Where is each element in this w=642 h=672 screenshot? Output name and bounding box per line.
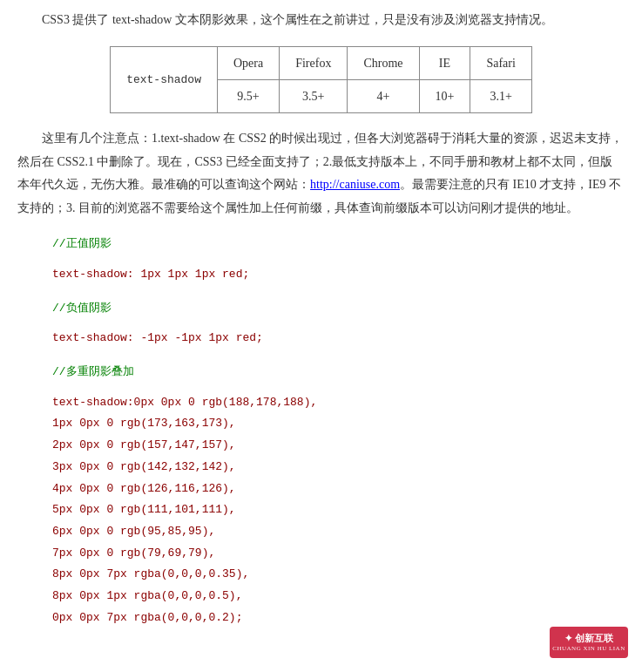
safari-header: Safari xyxy=(470,46,531,79)
chrome-version: 4+ xyxy=(348,79,419,112)
notes-paragraph: 这里有几个注意点：1.text-shadow 在 CSS2 的时候出现过，但各大… xyxy=(17,127,625,220)
firefox-version: 3.5+ xyxy=(280,79,348,112)
multi-line-10: 8px 0px 1px rgba(0,0,0,0.5), xyxy=(52,586,625,608)
watermark: ✦ 创新互联 CHUANG XIN HU LIAN xyxy=(550,627,628,658)
multi-line-8: 7px 0px 0 rgb(79,69,79), xyxy=(52,543,625,565)
watermark-text: ✦ 创新互联 CHUANG XIN HU LIAN xyxy=(552,632,625,652)
multi-line-5: 4px 0px 0 rgb(126,116,126), xyxy=(52,479,625,500)
chrome-header: Chrome xyxy=(348,46,419,79)
multi-line-9: 8px 0px 7px rgba(0,0,0,0.35), xyxy=(52,564,625,586)
multi-line-3: 2px 0px 0 rgb(157,147,157), xyxy=(52,435,625,457)
negative-shadow-comment: //负值阴影 xyxy=(52,298,625,320)
opera-version: 9.5+ xyxy=(217,79,279,112)
intro-paragraph: CSS3 提供了 text-shadow 文本阴影效果，这个属性在之前讲过，只是… xyxy=(17,9,625,32)
firefox-header: Firefox xyxy=(280,46,348,79)
multi-line-2: 1px 0px 0 rgb(173,163,173), xyxy=(52,413,625,435)
watermark-logo: ✦ 创新互联 xyxy=(552,632,625,644)
property-cell: text-shadow xyxy=(111,46,218,112)
table-header-row: text-shadow Opera Firefox Chrome IE Safa… xyxy=(111,46,532,79)
multi-line-7: 6px 0px 0 rgb(95,85,95), xyxy=(52,521,625,543)
multi-line-11: 0px 0px 7px rgba(0,0,0,0.2); xyxy=(52,608,625,629)
safari-version: 3.1+ xyxy=(470,79,531,112)
multi-line-4: 3px 0px 0 rgb(142,132,142), xyxy=(52,457,625,479)
browser-support-table: text-shadow Opera Firefox Chrome IE Safa… xyxy=(110,46,532,113)
positive-shadow-code: text-shadow: 1px 1px 1px red; xyxy=(52,264,625,286)
watermark-subtitle: CHUANG XIN HU LIAN xyxy=(552,645,625,653)
ie-version: 10+ xyxy=(419,79,470,112)
support-table-wrapper: text-shadow Opera Firefox Chrome IE Safa… xyxy=(17,46,625,113)
positive-shadow-comment: //正值阴影 xyxy=(52,234,625,255)
negative-shadow-code: text-shadow: -1px -1px 1px red; xyxy=(52,328,625,350)
caniuse-link[interactable]: http://caniuse.com xyxy=(310,178,400,191)
ie-header: IE xyxy=(419,46,470,79)
multi-line-6: 5px 0px 0 rgb(111,101,111), xyxy=(52,499,625,521)
multi-shadow-code: text-shadow:0px 0px 0 rgb(188,178,188), … xyxy=(52,392,625,629)
multi-line-1: text-shadow:0px 0px 0 rgb(188,178,188), xyxy=(52,392,625,414)
opera-header: Opera xyxy=(217,46,279,79)
multi-shadow-comment: //多重阴影叠加 xyxy=(52,362,625,384)
